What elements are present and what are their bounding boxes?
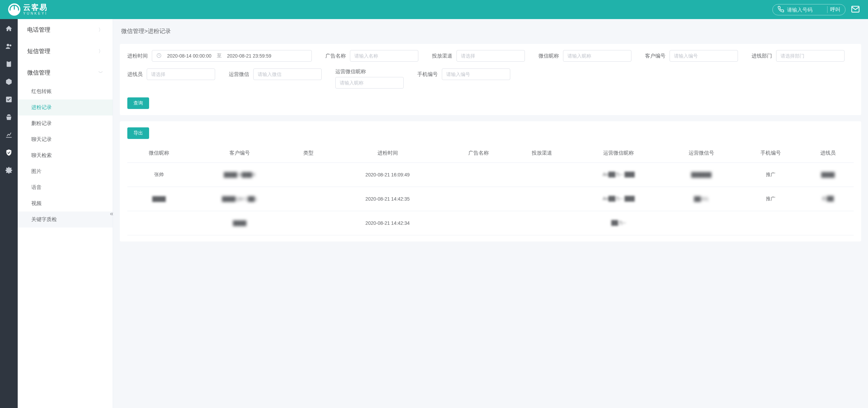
field-cust: 客户编号 bbox=[645, 50, 738, 62]
col-phone: 手机编号 bbox=[739, 144, 802, 163]
side-item-image[interactable]: 图片 bbox=[18, 163, 113, 179]
cell-opwx: ██201 bbox=[664, 187, 739, 211]
field-phone: 手机编号 bbox=[417, 68, 510, 80]
field-nick: 微信昵称 bbox=[539, 50, 631, 62]
side-group-sms[interactable]: 短信管理 〉 bbox=[18, 41, 113, 62]
col-type: 类型 bbox=[289, 144, 328, 163]
brand-name-en: YUNKEYI bbox=[23, 12, 48, 15]
customer-id-input[interactable] bbox=[670, 50, 738, 62]
field-channel: 投放渠道 bbox=[432, 50, 525, 62]
logo-mark-icon bbox=[8, 3, 20, 16]
field-ad: 广告名称 bbox=[325, 50, 418, 62]
side-group-label: 电话管理 bbox=[27, 26, 50, 34]
cell-type bbox=[289, 163, 328, 187]
side-item-shanfen[interactable]: 删粉记录 bbox=[18, 115, 113, 131]
dial-input[interactable] bbox=[787, 7, 824, 13]
cell-cust: ████QM C██1 bbox=[191, 187, 289, 211]
cell-phone: 推广 bbox=[739, 187, 802, 211]
field-opnick: 运营微信昵称 bbox=[335, 68, 404, 89]
cell-cust: ████ B███R bbox=[191, 163, 289, 187]
field-label: 微信昵称 bbox=[539, 53, 559, 59]
table-header-row: 微信昵称 客户编号 类型 进粉时间 广告名称 投放渠道 运营微信昵称 运营微信号… bbox=[127, 144, 854, 163]
app-header: 云客易 YUNKEYI 呼叫 bbox=[0, 0, 868, 19]
dial-box[interactable]: 呼叫 bbox=[772, 4, 846, 15]
cell-nick bbox=[127, 211, 191, 235]
col-agent: 进线员 bbox=[802, 144, 854, 163]
side-group-wechat[interactable]: 微信管理 ﹀ bbox=[18, 62, 113, 83]
filter-panel: 进粉时间 2020-08-14 00:00:00 至 2020-08-21 23… bbox=[120, 44, 861, 115]
field-label: 手机编号 bbox=[417, 71, 438, 78]
field-label: 运营微信昵称 bbox=[335, 68, 404, 75]
cell-type bbox=[289, 187, 328, 211]
divider bbox=[827, 6, 827, 13]
rail-users-icon[interactable] bbox=[5, 42, 13, 50]
rail-check-icon[interactable] bbox=[5, 95, 13, 104]
rail-clipboard-icon[interactable] bbox=[5, 60, 13, 68]
field-label: 广告名称 bbox=[325, 53, 346, 59]
field-label: 运营微信 bbox=[229, 71, 249, 78]
date-range-input[interactable]: 2020-08-14 00:00:00 至 2020-08-21 23:59:5… bbox=[152, 50, 312, 62]
date-from: 2020-08-14 00:00:00 bbox=[167, 53, 211, 59]
rail-settings-icon[interactable] bbox=[5, 166, 13, 174]
rail-home-icon[interactable] bbox=[5, 25, 13, 33]
wechat-nick-input[interactable] bbox=[563, 50, 631, 62]
cell-opwx: ██████ bbox=[664, 163, 739, 187]
rail-chart-icon[interactable] bbox=[5, 131, 13, 139]
table-panel: 导出 微信昵称 客户编号 类型 进粉时间 广告名称 投放渠道 运营微信昵称 运营… bbox=[120, 121, 861, 241]
col-cust: 客户编号 bbox=[191, 144, 289, 163]
export-button[interactable]: 导出 bbox=[127, 127, 149, 139]
date-sep: 至 bbox=[217, 53, 222, 59]
rail-box-icon[interactable] bbox=[5, 78, 13, 86]
clock-icon bbox=[156, 53, 162, 59]
col-ad: 广告名称 bbox=[447, 144, 510, 163]
rail-shield-icon[interactable] bbox=[5, 148, 13, 157]
rail-bag-icon[interactable] bbox=[5, 113, 13, 121]
agent-select[interactable] bbox=[147, 68, 215, 80]
cell-opnick: An██力-- ███ bbox=[574, 187, 664, 211]
ad-name-input[interactable] bbox=[350, 50, 418, 62]
cell-channel bbox=[510, 211, 574, 235]
phone-id-input[interactable] bbox=[442, 68, 510, 80]
records-table: 微信昵称 客户编号 类型 进粉时间 广告名称 投放渠道 运营微信昵称 运营微信号… bbox=[127, 144, 854, 235]
cell-nick: 张帅 bbox=[127, 163, 191, 187]
channel-select[interactable] bbox=[456, 50, 525, 62]
op-wechat-input[interactable] bbox=[253, 68, 322, 80]
field-label: 客户编号 bbox=[645, 53, 665, 59]
cell-agent bbox=[802, 211, 854, 235]
brand-logo: 云客易 YUNKEYI bbox=[8, 3, 48, 16]
field-time: 进粉时间 2020-08-14 00:00:00 至 2020-08-21 23… bbox=[127, 50, 312, 62]
side-item-video[interactable]: 视频 bbox=[18, 195, 113, 211]
side-group-phone[interactable]: 电话管理 〉 bbox=[18, 19, 113, 41]
collapse-left-icon[interactable]: « bbox=[110, 210, 113, 217]
col-time: 进粉时间 bbox=[328, 144, 447, 163]
side-item-chatsearch[interactable]: 聊天检索 bbox=[18, 147, 113, 163]
op-nick-input[interactable] bbox=[335, 77, 404, 89]
sidebar: 电话管理 〉 短信管理 〉 微信管理 ﹀ 红包转账 进粉记录 删粉记录 bbox=[18, 19, 113, 408]
side-item-keyword[interactable]: 关键字质检 bbox=[18, 211, 113, 227]
search-button[interactable]: 查询 bbox=[127, 97, 149, 109]
svg-point-1 bbox=[7, 44, 9, 46]
side-item-chatlog[interactable]: 聊天记录 bbox=[18, 131, 113, 147]
side-group-label: 短信管理 bbox=[27, 47, 50, 55]
side-item-voice[interactable]: 语音 bbox=[18, 179, 113, 195]
chevron-right-icon: 〉 bbox=[98, 27, 103, 33]
field-label: 进线员 bbox=[127, 71, 143, 78]
table-row: 张帅████ B███R2020-08-21 16:09:49An██力-- █… bbox=[127, 163, 854, 187]
side-item-jinfen[interactable]: 进粉记录 bbox=[18, 99, 113, 115]
cell-ad bbox=[447, 163, 510, 187]
mail-icon[interactable] bbox=[851, 5, 860, 15]
date-to: 2020-08-21 23:59:59 bbox=[227, 53, 271, 59]
svg-rect-3 bbox=[7, 61, 11, 67]
svg-rect-4 bbox=[7, 61, 10, 62]
call-button[interactable]: 呼叫 bbox=[830, 6, 840, 13]
cell-type bbox=[289, 211, 328, 235]
side-item-hongbao[interactable]: 红包转账 bbox=[18, 83, 113, 99]
cell-ad bbox=[447, 187, 510, 211]
cell-opnick: ██力-- bbox=[574, 211, 664, 235]
chevron-right-icon: 〉 bbox=[98, 48, 103, 54]
col-opnick: 运营微信昵称 bbox=[574, 144, 664, 163]
nav-rail bbox=[0, 19, 18, 408]
dept-select[interactable] bbox=[776, 50, 845, 62]
side-group-label: 微信管理 bbox=[27, 69, 50, 77]
cell-time: 2020-08-21 14:42:34 bbox=[328, 211, 447, 235]
